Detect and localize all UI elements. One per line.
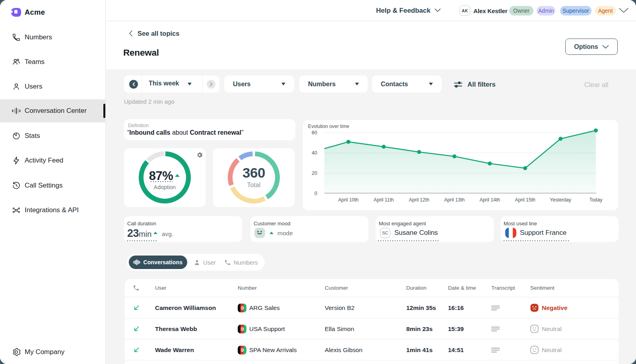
svg-text:20: 20 bbox=[312, 170, 317, 176]
svg-text:April 10th: April 10th bbox=[338, 197, 359, 203]
svg-text:40: 40 bbox=[312, 150, 317, 156]
svg-text:April 13th: April 13th bbox=[444, 197, 465, 203]
svg-text:April 11th: April 11th bbox=[374, 197, 394, 203]
svg-text:0: 0 bbox=[314, 191, 317, 196]
svg-text:Today: Today bbox=[589, 197, 603, 203]
svg-text:April 14th: April 14th bbox=[479, 197, 500, 203]
svg-text:April 12th: April 12th bbox=[409, 197, 430, 203]
svg-text:60: 60 bbox=[312, 130, 317, 136]
svg-text:Yesterday: Yesterday bbox=[550, 197, 572, 203]
svg-text:April 15th: April 15th bbox=[515, 197, 535, 203]
